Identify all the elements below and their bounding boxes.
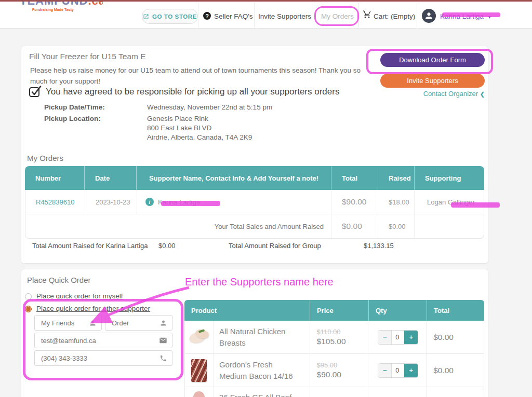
- product-image: [185, 354, 214, 387]
- campaign-title: Fill Your Freezer for U15 Team E: [29, 52, 146, 61]
- col-price: Price: [310, 300, 369, 321]
- pickup-location-line1: Genesis Place Rink: [147, 115, 208, 122]
- group-raised-label: Total Amount Raised for Group: [229, 242, 321, 250]
- quantity-stepper: − 0 +: [378, 330, 418, 345]
- product-table: Product Price Qty Total All Natural Chic…: [184, 300, 484, 397]
- product-name-cell: 36 Fresh GF All Beef: [214, 387, 310, 397]
- envelope-icon: [159, 336, 167, 345]
- site-logo[interactable]: TEAMFUND.ca: [20, 2, 103, 7]
- totals-label: Your Total Sales and Amount Raised: [25, 214, 331, 238]
- product-qty-cell: − 0 +: [368, 354, 427, 387]
- qty-decrease-button[interactable]: −: [378, 331, 392, 344]
- radio-quick-order-other[interactable]: [25, 306, 32, 312]
- bacon-image: [191, 359, 207, 382]
- nav-item-invite-supporters[interactable]: Invite Supporters: [258, 12, 311, 20]
- order-number-link[interactable]: R452839610: [25, 190, 85, 214]
- product-row: Gordon's Fresh Medium Bacon 14/16 $95.00…: [184, 354, 484, 387]
- avatar[interactable]: [422, 9, 436, 23]
- order-row: R452839610 2023-10-23 i Karina Lartiga $…: [25, 190, 484, 214]
- product-row-cutoff: 36 Fresh GF All Beef: [184, 387, 484, 397]
- product-price-cell: [310, 387, 369, 397]
- radio-quick-order-myself[interactable]: [25, 293, 32, 300]
- quantity-stepper: − 0 +: [378, 363, 418, 378]
- supporter-first-name-input[interactable]: My Friends: [34, 315, 102, 331]
- product-qty-cell: − 0 +: [368, 321, 427, 353]
- email-value: test@teamfund.ca: [41, 337, 96, 345]
- order-supporting: Logan Gallinger: [415, 190, 484, 214]
- totals-supporting-empty: [415, 214, 484, 238]
- go-to-store-label: GO TO STORE: [152, 13, 197, 20]
- group-raised-value: $1,133.15: [364, 242, 394, 250]
- nav-divider: [417, 3, 417, 29]
- nav-item-cart[interactable]: Cart: (Empty): [374, 12, 415, 20]
- col-date: Date: [85, 166, 137, 190]
- order-raised: $18.00: [378, 190, 415, 214]
- contact-organizer-link[interactable]: Contact Organizer ❮: [380, 90, 485, 98]
- agreement-checkbox[interactable]: [28, 85, 42, 99]
- download-order-form-button[interactable]: Download Order Form: [380, 53, 485, 67]
- col-supporter: Supporter Name, Contact Info & Add Yours…: [137, 166, 331, 190]
- product-table-header: Product Price Qty Total: [184, 300, 484, 321]
- pickup-location-line3: Airdrie, Alberta, Canada, T4A 2K9: [147, 133, 252, 141]
- product-old-price: $110.00: [317, 328, 346, 336]
- info-icon[interactable]: i: [145, 198, 154, 206]
- col-supporting: Supporting: [415, 166, 484, 190]
- product-line-total: $0.00: [427, 321, 484, 353]
- radio-label-myself[interactable]: Place quick order for myself: [36, 292, 123, 300]
- cart-icon: [363, 10, 371, 19]
- product-image: [185, 387, 214, 397]
- qty-value[interactable]: 0: [392, 364, 404, 377]
- orders-table-header: Number Date Supporter Name, Contact Info…: [25, 166, 484, 190]
- col-product-total: Total: [427, 300, 484, 321]
- chevron-down-icon: ▾: [488, 14, 491, 20]
- chicken-image: [188, 328, 210, 346]
- phone-icon: [159, 354, 167, 362]
- orders-totals-row: Your Total Sales and Amount Raised $0.00…: [25, 214, 484, 239]
- external-link-icon: [143, 13, 149, 20]
- beef-image: [193, 391, 205, 397]
- product-price-cell: $110.00 $105.00: [310, 321, 369, 353]
- order-supporter-name: Karina Lartiga: [158, 198, 200, 206]
- supporter-email-input[interactable]: test@teamfund.ca: [34, 333, 172, 348]
- totals-total: $0.00: [331, 214, 378, 238]
- product-name: All Natural Chicken Breasts: [214, 326, 310, 349]
- product-price: $90.00: [317, 370, 341, 379]
- order-total: $90.00: [331, 190, 378, 214]
- user-menu[interactable]: Karina Lartiga ▾: [440, 12, 491, 20]
- qty-increase-button[interactable]: +: [404, 331, 418, 344]
- order-supporter-cell[interactable]: i Karina Lartiga: [137, 190, 331, 214]
- totals-raised: $0.00: [378, 214, 415, 238]
- question-icon: ?: [203, 12, 211, 20]
- product-price: $105.00: [317, 337, 346, 346]
- qty-value[interactable]: 0: [392, 331, 404, 344]
- supporter-last-name-input[interactable]: Order: [105, 315, 172, 331]
- campaign-description: Please help us raise money for our U15 t…: [30, 65, 367, 87]
- supporter-phone-input[interactable]: (304) 343-3333: [34, 350, 172, 366]
- nav-item-seller-faqs[interactable]: Seller FAQ's: [214, 12, 253, 20]
- product-name-cell: Gordon's Fresh Medium Bacon 14/16: [214, 354, 310, 387]
- top-navigation-bar: TEAMFUND.ca Fundraising Made Tasty GO TO…: [0, 0, 532, 29]
- go-to-store-button[interactable]: GO TO STORE: [142, 9, 198, 24]
- col-qty: Qty: [369, 300, 427, 321]
- product-image: [185, 321, 214, 353]
- invite-supporters-button[interactable]: Invite Supporters: [380, 74, 485, 88]
- qty-decrease-button[interactable]: −: [378, 364, 392, 377]
- orders-table: Number Date Supporter Name, Contact Info…: [25, 166, 484, 239]
- col-number: Number: [25, 166, 85, 190]
- product-name: 36 Fresh GF All Beef: [214, 387, 304, 397]
- order-date: 2023-10-23: [85, 190, 137, 214]
- annotation-supporter-note: Enter the Supporters name here: [185, 276, 334, 288]
- page: TEAMFUND.ca Fundraising Made Tasty GO TO…: [0, 0, 532, 397]
- nav-item-my-orders[interactable]: My Orders: [321, 12, 354, 20]
- nav-divider: [314, 3, 314, 29]
- person-icon: [159, 319, 167, 327]
- last-name-value: Order: [112, 319, 129, 327]
- agreement-text: You have agreed to be responsible for pi…: [46, 87, 339, 97]
- product-name: Gordon's Fresh Medium Bacon 14/16: [214, 359, 310, 382]
- product-row: All Natural Chicken Breasts $110.00 $105…: [184, 321, 484, 354]
- radio-label-other[interactable]: Place quick order for other supporter: [36, 305, 150, 312]
- logo-tagline: Fundraising Made Tasty: [32, 8, 74, 11]
- qty-increase-button[interactable]: +: [404, 364, 418, 377]
- quick-order-heading: Place Quick Order: [27, 276, 91, 284]
- logo-text: TEAMFUND: [20, 2, 88, 7]
